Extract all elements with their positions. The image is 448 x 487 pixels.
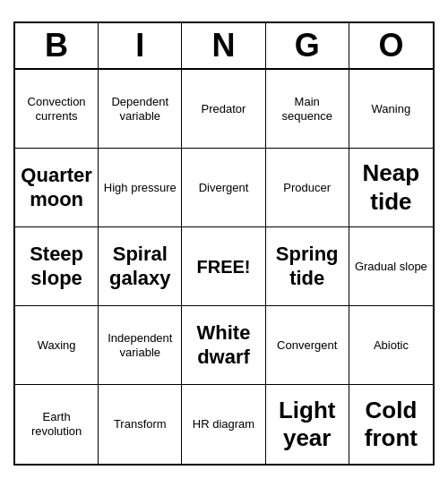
bingo-cell: Divergent xyxy=(182,149,265,227)
bingo-cell: Light year xyxy=(266,385,349,464)
bingo-cell: Steep slope xyxy=(15,227,99,306)
bingo-header-letter: N xyxy=(182,23,265,68)
bingo-cell: Gradual slope xyxy=(349,227,433,306)
bingo-cell: High pressure xyxy=(99,149,182,227)
bingo-card: BINGO Convection currentsDependent varia… xyxy=(13,21,435,466)
bingo-cell: Convection currents xyxy=(15,70,99,149)
bingo-cell: Main sequence xyxy=(266,70,349,149)
bingo-cell: Dependent variable xyxy=(99,70,182,149)
bingo-cell: Neap tide xyxy=(349,149,433,227)
bingo-cell: Convergent xyxy=(266,306,349,385)
bingo-cell: Producer xyxy=(266,149,349,227)
bingo-cell: Waning xyxy=(349,70,433,149)
bingo-cell: Waxing xyxy=(15,306,99,385)
bingo-cell: Spring tide xyxy=(266,227,349,306)
bingo-cell: Spiral galaxy xyxy=(99,227,182,306)
bingo-header-letter: I xyxy=(99,23,182,68)
bingo-cell: Cold front xyxy=(349,385,433,464)
bingo-cell: Quarter moon xyxy=(15,149,99,227)
bingo-cell: White dwarf xyxy=(182,306,265,385)
bingo-grid: Convection currentsDependent variablePre… xyxy=(15,70,433,464)
bingo-cell: Abiotic xyxy=(349,306,433,385)
bingo-header-letter: O xyxy=(349,23,433,68)
bingo-header-letter: G xyxy=(266,23,349,68)
bingo-header-letter: B xyxy=(15,23,99,68)
bingo-cell: Earth revolution xyxy=(15,385,99,464)
bingo-cell: Predator xyxy=(182,70,265,149)
bingo-cell: Transform xyxy=(99,385,182,464)
bingo-header: BINGO xyxy=(15,23,433,70)
bingo-cell: FREE! xyxy=(182,227,265,306)
bingo-cell: HR diagram xyxy=(182,385,265,464)
bingo-cell: Independent variable xyxy=(99,306,182,385)
